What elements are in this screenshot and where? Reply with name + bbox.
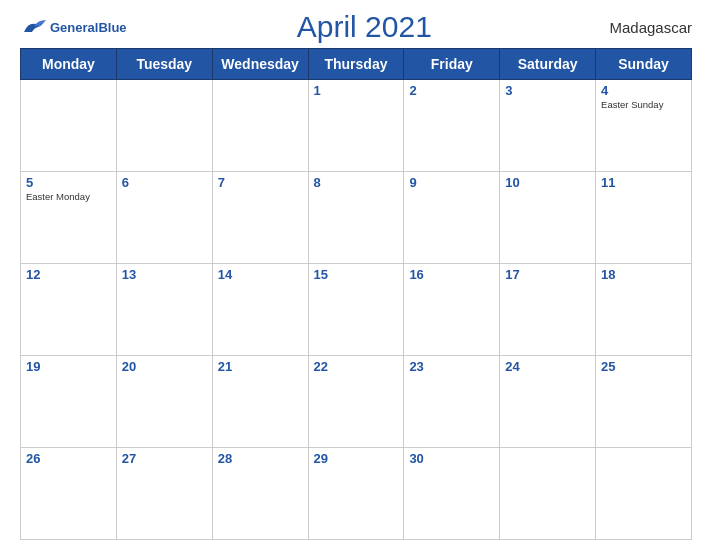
calendar-table: MondayTuesdayWednesdayThursdayFridaySatu…: [20, 48, 692, 540]
day-of-week-header: Saturday: [500, 49, 596, 80]
calendar-body: 1234Easter Sunday5Easter Monday678910111…: [21, 80, 692, 540]
calendar-cell: 7: [212, 172, 308, 264]
calendar-week-row: 2627282930: [21, 448, 692, 540]
calendar-cell: 4Easter Sunday: [596, 80, 692, 172]
calendar-week-row: 19202122232425: [21, 356, 692, 448]
logo-text: GeneralBlue: [50, 21, 127, 34]
day-number: 2: [409, 83, 494, 98]
day-of-week-header: Sunday: [596, 49, 692, 80]
day-number: 28: [218, 451, 303, 466]
day-number: 3: [505, 83, 590, 98]
day-number: 4: [601, 83, 686, 98]
calendar-cell: [116, 80, 212, 172]
day-number: 22: [314, 359, 399, 374]
holiday-label: Easter Monday: [26, 191, 111, 202]
calendar-cell: 17: [500, 264, 596, 356]
calendar-header: GeneralBlue April 2021 Madagascar: [20, 10, 692, 44]
day-number: 26: [26, 451, 111, 466]
calendar-cell: [212, 80, 308, 172]
day-number: 6: [122, 175, 207, 190]
calendar-cell: [21, 80, 117, 172]
calendar-cell: 12: [21, 264, 117, 356]
calendar-cell: 10: [500, 172, 596, 264]
calendar-cell: 8: [308, 172, 404, 264]
calendar-cell: 24: [500, 356, 596, 448]
day-number: 17: [505, 267, 590, 282]
calendar-cell: 23: [404, 356, 500, 448]
day-number: 21: [218, 359, 303, 374]
day-number: 16: [409, 267, 494, 282]
calendar-cell: 18: [596, 264, 692, 356]
calendar-cell: 14: [212, 264, 308, 356]
calendar-cell: 27: [116, 448, 212, 540]
calendar-cell: 1: [308, 80, 404, 172]
day-of-week-header: Tuesday: [116, 49, 212, 80]
calendar-cell: 25: [596, 356, 692, 448]
calendar-cell: 30: [404, 448, 500, 540]
day-number: 15: [314, 267, 399, 282]
day-number: 30: [409, 451, 494, 466]
calendar-cell: 3: [500, 80, 596, 172]
calendar-cell: 9: [404, 172, 500, 264]
day-number: 25: [601, 359, 686, 374]
holiday-label: Easter Sunday: [601, 99, 686, 110]
day-number: 19: [26, 359, 111, 374]
calendar-cell: 21: [212, 356, 308, 448]
day-number: 13: [122, 267, 207, 282]
day-number: 1: [314, 83, 399, 98]
day-number: 29: [314, 451, 399, 466]
logo-bird-icon: [20, 18, 48, 36]
calendar-cell: [500, 448, 596, 540]
day-number: 18: [601, 267, 686, 282]
day-of-week-header: Thursday: [308, 49, 404, 80]
calendar-cell: 28: [212, 448, 308, 540]
calendar-week-row: 5Easter Monday67891011: [21, 172, 692, 264]
day-number: 20: [122, 359, 207, 374]
day-number: 12: [26, 267, 111, 282]
day-number: 7: [218, 175, 303, 190]
country-label: Madagascar: [602, 19, 692, 36]
day-number: 9: [409, 175, 494, 190]
day-number: 5: [26, 175, 111, 190]
day-number: 11: [601, 175, 686, 190]
day-of-week-header: Monday: [21, 49, 117, 80]
day-number: 24: [505, 359, 590, 374]
calendar-cell: 5Easter Monday: [21, 172, 117, 264]
calendar-cell: 2: [404, 80, 500, 172]
calendar-week-row: 1234Easter Sunday: [21, 80, 692, 172]
day-number: 8: [314, 175, 399, 190]
calendar-cell: 26: [21, 448, 117, 540]
logo: GeneralBlue: [20, 18, 127, 36]
calendar-week-row: 12131415161718: [21, 264, 692, 356]
day-number: 27: [122, 451, 207, 466]
calendar-cell: 16: [404, 264, 500, 356]
page-title: April 2021: [127, 10, 602, 44]
day-number: 23: [409, 359, 494, 374]
calendar-cell: 22: [308, 356, 404, 448]
calendar-cell: [596, 448, 692, 540]
calendar-cell: 29: [308, 448, 404, 540]
day-of-week-header: Friday: [404, 49, 500, 80]
calendar-cell: 20: [116, 356, 212, 448]
calendar-cell: 19: [21, 356, 117, 448]
day-number: 10: [505, 175, 590, 190]
day-number: 14: [218, 267, 303, 282]
calendar-header-row: MondayTuesdayWednesdayThursdayFridaySatu…: [21, 49, 692, 80]
calendar-cell: 13: [116, 264, 212, 356]
calendar-cell: 6: [116, 172, 212, 264]
day-of-week-header: Wednesday: [212, 49, 308, 80]
calendar-cell: 15: [308, 264, 404, 356]
calendar-cell: 11: [596, 172, 692, 264]
